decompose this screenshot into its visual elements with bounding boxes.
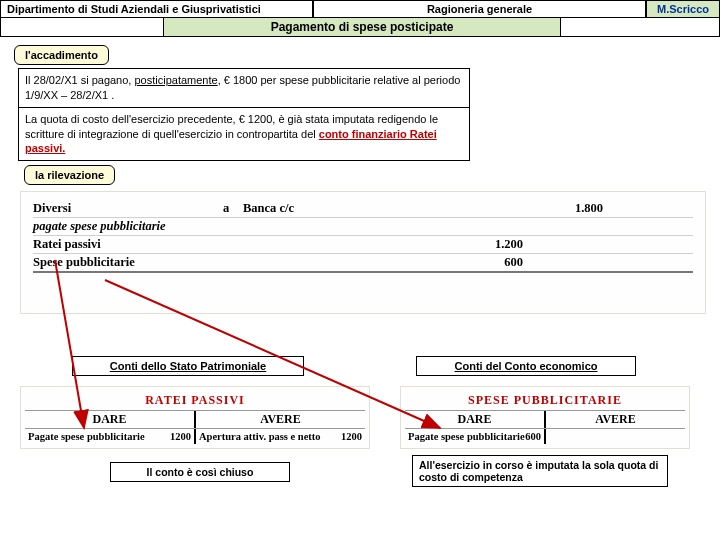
ratei-l2b: 1200 <box>341 431 362 442</box>
jr1c1: Diversi <box>33 201 71 215</box>
note2-text: All'esercizio in corso è imputata la sol… <box>419 459 658 483</box>
tab-rilevazione: la rilevazione <box>24 165 115 185</box>
jr4v1: 600 <box>504 255 523 269</box>
ratei-body: Pagate spese pubblicitarie1200 Apertura … <box>25 429 365 444</box>
jr4c1: Spese pubblicitarie <box>33 255 135 269</box>
ratei-title-text: RATEI PASSIVI <box>145 393 245 407</box>
course-text: Ragioneria generale <box>427 3 532 15</box>
note2-wrap: All'esercizio in corso è imputata la sol… <box>412 455 668 487</box>
note1-wrap: Il conto è così chiuso <box>110 462 290 482</box>
panel-sp-title: Conti dello Stato Patrimoniale <box>72 356 304 376</box>
p1b: posticipatamente <box>134 74 217 86</box>
jr3c1: Ratei passivi <box>33 237 101 251</box>
ratei-title: RATEI PASSIVI <box>25 391 365 411</box>
journal-row1: Diversi a Banca c/c 1.800 <box>33 200 693 218</box>
subtitle-text: Pagamento di spese posticipate <box>271 20 454 34</box>
journal-panel: Diversi a Banca c/c 1.800 pagate spese p… <box>20 191 706 314</box>
ratei-avere: AVERE <box>260 412 300 426</box>
ce-title-text: Conti del Conto economico <box>455 360 598 372</box>
spese-body: Pagate spese pubblicitarie600 <box>405 429 685 444</box>
journal-row4: Spese pubblicitarie 600 <box>33 254 693 273</box>
note2: All'esercizio in corso è imputata la sol… <box>412 455 668 487</box>
jr1v2: 1.800 <box>575 201 603 215</box>
jr3v1: 1.200 <box>495 237 523 251</box>
jr1c3: Banca c/c <box>243 201 294 215</box>
spese-title-text: SPESE PUBBLICITARIE <box>468 393 622 407</box>
subtitle: Pagamento di spese posticipate <box>163 18 561 37</box>
ratei-dare: DARE <box>92 412 126 426</box>
tab1-text: l'accadimento <box>25 49 98 61</box>
panel-ce-title: Conti del Conto economico <box>416 356 636 376</box>
journal-row2: pagate spese pubblicitarie <box>33 218 693 236</box>
spese-avere: AVERE <box>595 412 635 426</box>
spese-l1a: Pagate spese pubblicitarie <box>408 431 525 442</box>
account-spese: SPESE PUBBLICITARIE DARE AVERE Pagate sp… <box>400 386 690 449</box>
ratei-cols: DARE AVERE <box>25 411 365 429</box>
fact-textbox: Il 28/02/X1 si pagano, posticipatamente,… <box>18 68 470 161</box>
jr1c2: a <box>223 201 229 215</box>
account-ratei: RATEI PASSIVI DARE AVERE Pagate spese pu… <box>20 386 370 449</box>
fact-para2: La quota di costo dell'esercizio precede… <box>19 108 469 161</box>
ratei-l1b: 1200 <box>170 431 191 442</box>
header-author: M.Scricco <box>646 0 720 18</box>
ratei-l2a: Apertura attiv. pass e netto <box>199 431 321 442</box>
spese-l1b: 600 <box>525 431 541 442</box>
sp-title-text: Conti dello Stato Patrimoniale <box>110 360 266 372</box>
dept-text: Dipartimento di Studi Aziendali e Giuspr… <box>7 3 261 15</box>
header-dept: Dipartimento di Studi Aziendali e Giuspr… <box>0 0 313 18</box>
subtitle-row: Pagamento di spese posticipate <box>0 18 720 37</box>
journal-row3: Ratei passivi 1.200 <box>33 236 693 254</box>
panel-sp-title-wrap: Conti dello Stato Patrimoniale <box>72 356 304 376</box>
header-course: Ragioneria generale <box>313 0 646 18</box>
jr2c1: pagate spese pubblicitarie <box>33 219 166 233</box>
spese-cols: DARE AVERE <box>405 411 685 429</box>
tab2-text: la rilevazione <box>35 169 104 181</box>
note1-text: Il conto è così chiuso <box>147 466 254 478</box>
tab-accadimento: l'accadimento <box>14 45 109 65</box>
spese-title: SPESE PUBBLICITARIE <box>405 391 685 411</box>
header-row: Dipartimento di Studi Aziendali e Giuspr… <box>0 0 720 18</box>
fact-para1: Il 28/02/X1 si pagano, posticipatamente,… <box>19 69 469 108</box>
panel-ce-title-wrap: Conti del Conto economico <box>416 356 636 376</box>
note1: Il conto è così chiuso <box>110 462 290 482</box>
spese-dare: DARE <box>457 412 491 426</box>
p1a: Il 28/02/X1 si pagano, <box>25 74 134 86</box>
ratei-l1a: Pagate spese pubblicitarie <box>28 431 145 442</box>
author-text: M.Scricco <box>657 3 709 15</box>
